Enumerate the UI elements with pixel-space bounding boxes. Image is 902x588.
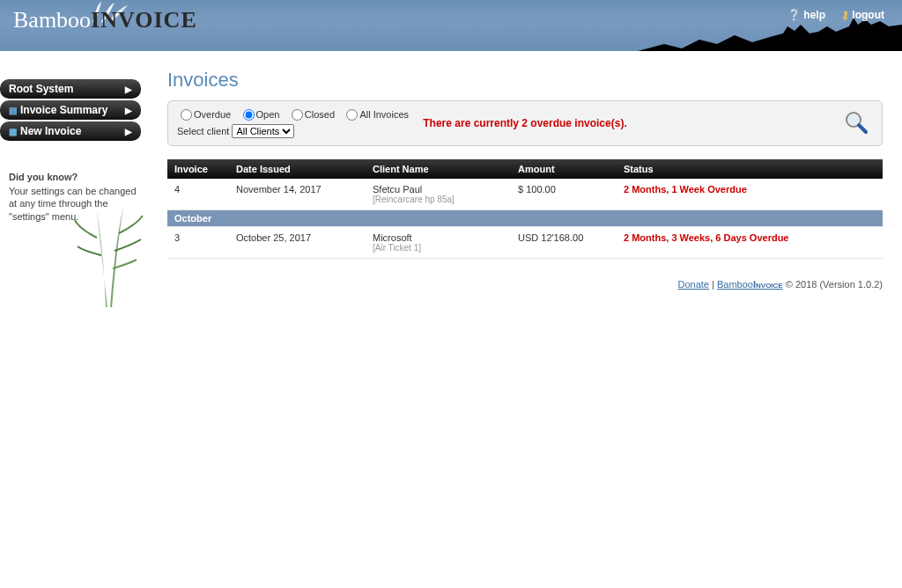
page-footer: Donate | BambooInvoice © 2018 (Version 1… <box>167 272 883 290</box>
help-link[interactable]: ❔help <box>787 9 825 21</box>
filter-closed-radio[interactable] <box>292 109 303 121</box>
nav-label: Root System <box>9 83 73 95</box>
cell-amount: USD 12'168.00 <box>511 227 617 259</box>
client-sub: [Air Ticket 1] <box>373 243 504 253</box>
donate-link[interactable]: Donate <box>678 279 709 290</box>
filter-overdue-label: Overdue <box>194 109 231 120</box>
header-links: ❔help ⚷logout <box>774 9 884 21</box>
chevron-right-icon: ▶ <box>125 106 132 115</box>
sidebar: Root System ▶ ▤Invoice Summary ▶ ▦New In… <box>0 51 145 307</box>
help-label: help <box>803 9 825 21</box>
col-status: Status <box>617 159 883 179</box>
logout-link[interactable]: ⚷logout <box>841 9 884 21</box>
nav-invoice-summary[interactable]: ▤Invoice Summary ▶ <box>0 100 141 120</box>
copyright: © 2018 (Version 1.0.2) <box>783 279 883 290</box>
help-icon: ❔ <box>787 9 801 21</box>
month-separator: October <box>167 210 883 227</box>
cell-status: 2 Months, 3 Weeks, 6 Days Overdue <box>617 227 883 259</box>
client-name: Microsoft <box>373 232 504 243</box>
tip-box: Did you know? Your settings can be chang… <box>9 172 137 223</box>
client-sub: [Reincarcare hp 85a] <box>373 195 504 204</box>
logo-text-1: Bamboo <box>13 7 91 33</box>
table-row[interactable]: 3 October 25, 2017 Microsoft [Air Ticket… <box>167 227 883 259</box>
filter-all-label: All Invoices <box>359 109 409 120</box>
brand-link[interactable]: BambooInvoice <box>717 279 783 290</box>
logout-icon: ⚷ <box>841 9 849 21</box>
cell-invoice: 4 <box>167 179 229 210</box>
filter-bar: Overdue Open Closed All Invoices Select … <box>167 100 883 146</box>
nav-label: Invoice Summary <box>20 104 107 116</box>
footer-sep: | <box>709 279 717 290</box>
cell-date: October 25, 2017 <box>229 227 366 259</box>
cell-client: Microsoft [Air Ticket 1] <box>366 227 511 259</box>
cell-status: 2 Months, 1 Week Overdue <box>617 179 883 210</box>
invoices-table: Invoice Date Issued Client Name Amount S… <box>167 159 883 259</box>
logo-text-2: INVOICE <box>91 7 197 33</box>
nav-new-invoice[interactable]: ▦New Invoice ▶ <box>0 121 141 141</box>
filter-closed-label: Closed <box>305 109 335 120</box>
tip-title: Did you know? <box>9 172 137 182</box>
logout-label: logout <box>852 9 884 21</box>
list-icon: ▤ <box>9 106 17 115</box>
app-logo: BambooINVOICE <box>13 7 197 33</box>
col-client: Client Name <box>366 159 511 179</box>
chevron-right-icon: ▶ <box>125 127 132 136</box>
table-header-row: Invoice Date Issued Client Name Amount S… <box>167 159 883 179</box>
svg-line-2 <box>859 125 866 132</box>
filter-open-radio[interactable] <box>243 109 255 121</box>
header-silhouette-icon <box>638 0 902 51</box>
app-header: BambooINVOICE ❔help ⚷logout <box>0 0 902 51</box>
client-select[interactable]: All Clients <box>232 124 294 138</box>
col-date: Date Issued <box>229 159 366 179</box>
bamboo-plant-icon <box>70 202 150 307</box>
client-name: Sfetcu Paul <box>373 184 504 195</box>
month-label: October <box>167 210 883 227</box>
main-content: Invoices Overdue Open Closed All Invoice… <box>145 51 902 307</box>
col-amount: Amount <box>511 159 617 179</box>
nav-root-system[interactable]: Root System ▶ <box>0 79 141 99</box>
filter-all-radio[interactable] <box>346 109 358 121</box>
page-title: Invoices <box>167 69 883 92</box>
cell-client: Sfetcu Paul [Reincarcare hp 85a] <box>366 179 511 210</box>
new-icon: ▦ <box>9 127 17 136</box>
cell-invoice: 3 <box>167 227 229 259</box>
cell-amount: $ 100.00 <box>511 179 617 210</box>
cell-date: November 14, 2017 <box>229 179 366 210</box>
table-row[interactable]: 4 November 14, 2017 Sfetcu Paul [Reincar… <box>167 179 883 210</box>
filter-open-label: Open <box>256 109 280 120</box>
nav-label: New Invoice <box>20 125 81 137</box>
chevron-right-icon: ▶ <box>125 85 132 94</box>
overdue-alert: There are currently 2 overdue invoice(s)… <box>423 117 626 129</box>
select-client-label: Select client <box>177 126 229 136</box>
search-icon[interactable] <box>844 110 869 135</box>
col-invoice: Invoice <box>167 159 229 179</box>
svg-point-1 <box>848 114 859 125</box>
filter-overdue-radio[interactable] <box>181 109 192 121</box>
